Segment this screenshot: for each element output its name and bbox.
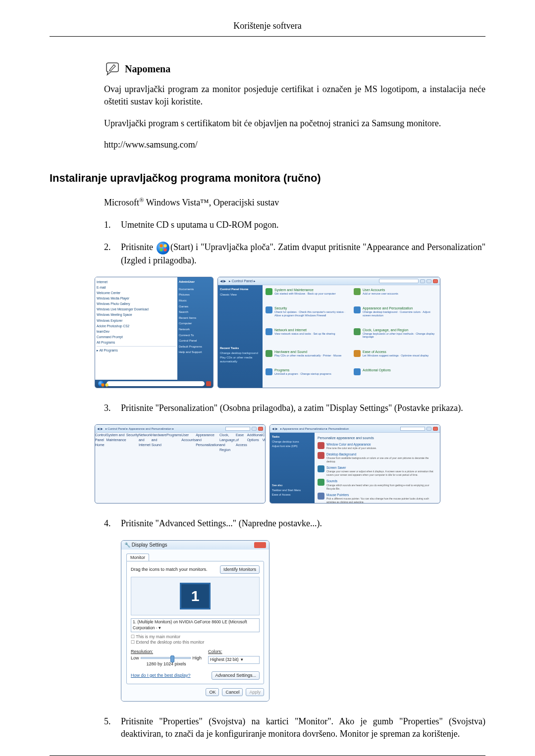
panel-item: SoundsChange which sounds are heard when… (318, 479, 437, 490)
appearance-sidebar: Control Panel Home (95, 433, 107, 503)
ds-colors-combo: Highest (32 bit) ▾ (208, 656, 260, 664)
step-2-text: Pritisnite (Start) i "Upravljačka ploča"… (121, 241, 485, 267)
cp-classic: Classic View (220, 293, 261, 297)
start-menu-item: Windows Live Messenger Download (97, 306, 176, 312)
reg-mark: ® (139, 197, 144, 203)
identify-monitors-button: Identify Monitors (220, 565, 260, 574)
start-right-item: Pictures (179, 292, 212, 298)
cp-category: User AccountsAdd or remove user accounts (354, 288, 437, 304)
start-right-item: Documents (179, 287, 212, 293)
start-menu-item: Welcome Center (97, 290, 176, 296)
resolution-slider (141, 657, 191, 659)
control-panel-screenshot: ◀ ▶ ▸ Control Panel ▸ Control Panel Home… (217, 277, 440, 388)
pers-seealso-2: Ease of Access (272, 493, 313, 497)
window-titlebar: ◀ ▶ ▸ Appearance and Personalization ▸ P… (270, 425, 440, 433)
start-menu-right: AdminUser DocumentsPicturesMusicGamesSea… (177, 277, 213, 380)
monitor-icon: 1 (180, 583, 211, 609)
note-icon (104, 61, 121, 76)
cp-recent-2: Play CDs or other media automatically (220, 355, 261, 364)
start-menu-item: Windows Photo Gallery (97, 301, 176, 306)
ds-check-main: ☐ This is my main monitor (131, 634, 260, 640)
step-2-pre: Pritisnite (121, 242, 156, 252)
ds-res-label: Resolution: (131, 649, 153, 654)
pers-seealso-1: Taskbar and Start Menu (272, 488, 313, 493)
pers-seealso: See also (272, 483, 313, 488)
panel-item: Window Color and AppearanceFine tune the… (318, 442, 437, 450)
screenshot-row-1: InternetE-mailWelcome CenterWindows Medi… (50, 277, 485, 388)
header-rule (50, 36, 485, 37)
step-3-num: 3. (104, 402, 121, 414)
pers-side-2: Adjust font size (DPI) (272, 444, 313, 449)
panel-item: Desktop BackgroundChoose from available … (318, 452, 437, 463)
start-menu-item: Windows Media Player (97, 296, 176, 301)
display-settings-screenshot: 🔧 Display Settings Monitor Drag the icon… (121, 540, 269, 702)
step-2-post: (Start) i "Upravljačka ploča". Zatim dva… (121, 242, 485, 265)
cp-home: Control Panel Home (220, 287, 261, 291)
cp-category: Appearance and PersonalizationChange des… (354, 306, 437, 326)
start-right-item: Music (179, 298, 212, 304)
cp-category: Ease of AccessLet Windows suggest settin… (354, 350, 437, 366)
start-menu-item: Adobe Photoshop CS2 (97, 323, 176, 329)
panel-item: Mouse PointersPick a different mouse poi… (318, 493, 437, 504)
start-menu-item: Windows Explorer (97, 318, 176, 323)
note-url: http://www.samsung.com/ (104, 139, 485, 151)
personalization-screenshot: ◀ ▶ ▸ Appearance and Personalization ▸ P… (269, 424, 440, 504)
note-paragraph-2: Upravljački program s certifikatom bit ć… (104, 117, 485, 130)
start-right-item: Control Panel (179, 338, 212, 344)
note-title: Napomena (125, 62, 170, 76)
pers-sidebar: Tasks Change desktop icons Adjust font s… (270, 433, 315, 503)
start-right-item: Network (179, 327, 212, 333)
appearance-sidebar: Security (126, 433, 139, 503)
start-right-item: Games (179, 304, 212, 310)
start-orb-small-icon (98, 381, 104, 387)
start-menu-item: E-mail (97, 285, 176, 290)
pers-heading: Personalize appearance and sounds (318, 436, 437, 441)
ok-button: OK (206, 688, 219, 697)
close-icon (258, 427, 263, 431)
start-menu-screenshot: InternetE-mailWelcome CenterWindows Medi… (95, 277, 214, 388)
step-1-text: Umetnite CD s uputama u CD-ROM pogon. (121, 219, 485, 231)
cp-main: System and MaintenanceGet started with W… (263, 285, 440, 388)
apply-button: Apply (246, 688, 264, 697)
advanced-settings-button: Advanced Settings... (212, 671, 260, 680)
os-line: Microsoft® Windows Vista™, Operacijski s… (104, 196, 485, 209)
cp-category: Network and InternetView network status … (266, 328, 349, 348)
pers-tasks: Tasks (272, 435, 313, 439)
footer-rule (50, 756, 485, 756)
os-post: Windows Vista™, Operacijski sustav (144, 198, 279, 207)
window-titlebar: ◀ ▶ ▸ Control Panel ▸ Appearance and Per… (95, 425, 265, 433)
step-4-text: Pritisnite "Advanced Settings..." (Napre… (121, 517, 485, 530)
appearance-panel-screenshot: ◀ ▶ ▸ Control Panel ▸ Appearance and Per… (95, 424, 266, 504)
start-right-item: Computer (179, 321, 212, 327)
appearance-sidebar: Network and Internet (139, 433, 152, 503)
ds-tab-monitor: Monitor (126, 554, 149, 561)
os-pre: Microsoft (104, 198, 139, 207)
ds-titlebar: 🔧 Display Settings (121, 541, 269, 550)
cancel-button: Cancel (222, 688, 243, 697)
cp-category: ProgramsUninstall a program · Change sta… (266, 368, 349, 385)
step-3-text: Pritisnite "Personalization" (Osobna pri… (121, 402, 485, 414)
window-titlebar: ◀ ▶ ▸ Control Panel ▸ (218, 277, 440, 285)
step-1-num: 1. (104, 219, 121, 231)
pers-side-1: Change desktop icons (272, 440, 313, 444)
ds-colors-label: Colors: (208, 649, 222, 654)
step-5-text: Pritisnite "Properties" (Svojstva) na ka… (121, 715, 485, 740)
start-menu-item: Internet (97, 279, 176, 285)
appearance-sidebar: User Accounts (181, 433, 196, 503)
cp-category: Clock, Language, and RegionChange keyboa… (354, 328, 437, 348)
appearance-sidebar: Classic View (262, 433, 266, 503)
ds-monitor-area: 1 (131, 577, 260, 615)
pers-main: Personalize appearance and sounds Window… (315, 433, 440, 503)
cp-category: SecurityCheck for updates · Check this c… (266, 306, 349, 326)
step-3: 3. Pritisnite "Personalization" (Osobna … (104, 402, 485, 414)
close-icon (433, 279, 438, 283)
appearance-sidebar: Programs (166, 433, 181, 503)
cp-recent-head: Recent Tasks (220, 346, 261, 350)
step-4: 4. Pritisnite "Advanced Settings..." (Na… (104, 517, 485, 530)
start-orb-icon (157, 242, 169, 254)
start-right-item: Connect To (179, 333, 212, 339)
start-menu-item: Command Prompt (97, 334, 176, 340)
note-block: Napomena Ovaj upravljački program za mon… (104, 61, 485, 151)
close-icon (433, 427, 438, 431)
ds-low: Low (131, 655, 139, 661)
